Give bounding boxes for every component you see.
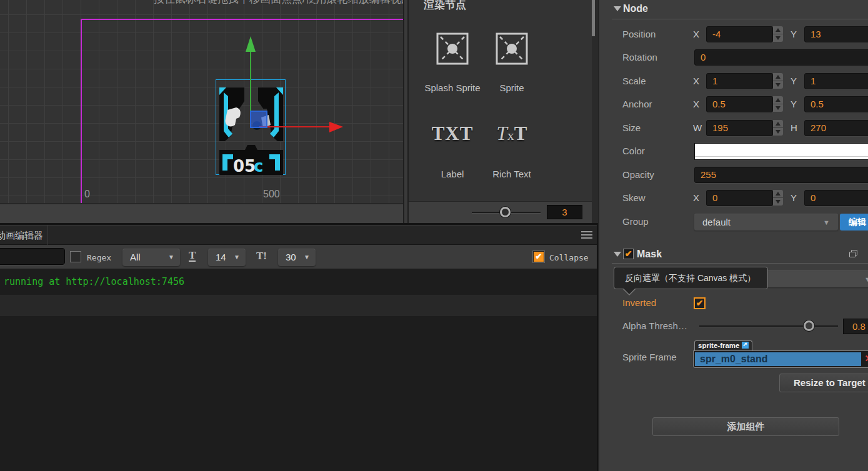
mask-section-title: Mask <box>637 249 662 260</box>
palette-scrollbar[interactable] <box>592 0 598 223</box>
palette-item-sprite[interactable]: Sprite <box>484 82 540 93</box>
font-size-value: 14 <box>216 252 226 262</box>
scale-x-field[interactable]: 1 <box>706 73 773 89</box>
font-size-icon: T <box>189 250 196 262</box>
log-row[interactable]: running at http://localhost:7456 <box>0 269 597 295</box>
separator <box>612 19 868 19</box>
resize-to-target-button[interactable]: Resize to Target <box>779 374 868 392</box>
add-component-button[interactable]: 添加组件 <box>652 417 839 436</box>
alpha-threshold-label: Alpha Thresh… <box>622 318 687 334</box>
log-filter-dropdown[interactable]: All▼ <box>122 249 180 266</box>
line-height-dropdown[interactable]: 30▼ <box>278 249 316 266</box>
axis-x-label: X <box>693 73 703 89</box>
palette-scrollbar-thumb[interactable] <box>592 0 595 36</box>
skew-y-field[interactable]: 0 <box>804 190 868 206</box>
scale-y-field[interactable]: 1 <box>804 73 868 89</box>
rotation-field[interactable]: 0 <box>694 49 868 66</box>
anchor-x-stepper[interactable] <box>773 96 783 112</box>
group-label: Group <box>622 214 649 230</box>
position-x-stepper[interactable] <box>773 26 783 42</box>
palette-slider-value[interactable]: 3 <box>547 205 582 219</box>
panel-divider[interactable] <box>403 0 409 223</box>
palette-item-splash-sprite[interactable]: Splash Sprite <box>417 82 487 93</box>
size-w-field[interactable]: 195 <box>706 120 773 136</box>
sprite-frame-type-tag[interactable]: sprite-frame <box>694 340 752 351</box>
axis-x-label: X <box>693 26 703 42</box>
transform-gizmo[interactable] <box>0 0 403 223</box>
group-edit-button[interactable]: 编辑 <box>840 214 868 231</box>
position-y-field[interactable]: 13 <box>804 26 868 42</box>
scene-view[interactable]: 按住鼠标右键拖拽平移画面焦点/使用滚轮缩放编辑视图 0 500 05 ᴄ <box>0 0 403 223</box>
axis-x-label: X <box>693 96 703 112</box>
skew-x-field[interactable]: 0 <box>706 190 773 206</box>
log-message: running at http://localhost:7456 <box>0 276 184 287</box>
log-row-empty[interactable] <box>0 295 597 316</box>
palette-slider-handle[interactable] <box>500 207 511 217</box>
inverted-label: Inverted <box>622 297 656 308</box>
anchor-y-field[interactable]: 0.5 <box>804 96 868 112</box>
menu-icon[interactable] <box>581 231 592 240</box>
anchor-x-field[interactable]: 0.5 <box>706 96 773 112</box>
scale-x-stepper[interactable] <box>773 73 783 89</box>
font-size-dropdown[interactable]: 14▼ <box>208 249 246 266</box>
console-search-input[interactable] <box>0 248 65 265</box>
group-dropdown[interactable]: default▼ <box>694 214 838 231</box>
palette-item-richtext[interactable]: Rich Text <box>484 169 540 179</box>
mask-tooltip: 反向遮罩（不支持 Canvas 模式） <box>614 267 768 289</box>
clear-icon[interactable]: ✕ <box>864 353 868 364</box>
external-link-icon[interactable] <box>742 342 749 349</box>
axis-y-label: Y <box>791 26 801 42</box>
axis-y-label: Y <box>791 73 801 89</box>
axis-w-label: W <box>693 120 703 136</box>
collapse-arrow-mask[interactable] <box>614 252 621 257</box>
alpha-threshold-slider-track[interactable] <box>699 325 838 327</box>
axis-h-label: H <box>791 120 801 136</box>
log-filter-value: All <box>130 252 141 262</box>
tooltip-text: 反向遮罩（不支持 Canvas 模式） <box>625 273 756 283</box>
size-h-field[interactable]: 270 <box>804 120 868 136</box>
opacity-field[interactable]: 255 <box>694 167 868 183</box>
node-section-title: Node <box>623 3 648 14</box>
mask-enabled-checkbox[interactable]: ✔ <box>623 249 634 259</box>
alpha-threshold-value[interactable]: 0.8 <box>843 319 868 334</box>
scene-bottom-strip <box>0 203 403 223</box>
separator <box>612 263 868 264</box>
inverted-checkbox[interactable]: ✔ <box>694 297 706 309</box>
position-label: Position <box>622 26 656 42</box>
skew-x-stepper[interactable] <box>773 190 783 206</box>
tooltip-pointer <box>624 289 635 294</box>
label-glyph[interactable]: TXT <box>421 122 484 145</box>
size-label: Size <box>622 120 641 136</box>
chevron-down-icon: ▼ <box>234 249 240 265</box>
axis-x-label: X <box>693 190 703 206</box>
chevron-down-icon: ▼ <box>168 249 174 265</box>
collapse-checkbox[interactable]: ✔ <box>533 251 544 262</box>
sprite-frame-tag-text: sprite-frame <box>698 342 739 349</box>
chevron-down-icon: ▼ <box>304 249 310 265</box>
richtext-glyph[interactable]: TxT <box>484 122 540 145</box>
collapse-label: Collapse <box>549 253 589 262</box>
palette-item-label[interactable]: Label <box>417 169 487 179</box>
sprite-icon[interactable] <box>496 32 528 67</box>
group-value: default <box>702 217 731 227</box>
scale-label: Scale <box>622 73 646 89</box>
richtext-glyph-t1: T <box>497 122 507 144</box>
line-height-icon: T! <box>256 250 267 262</box>
sprite-frame-label: Sprite Frame <box>622 349 677 365</box>
size-w-stepper[interactable] <box>773 120 783 136</box>
axis-y-label: Y <box>791 190 801 206</box>
alpha-threshold-slider-handle[interactable] <box>804 320 814 331</box>
sprite-frame-value[interactable]: spr_m0_stand <box>695 352 861 366</box>
help-doc-icon[interactable] <box>849 250 858 258</box>
position-x-field[interactable]: -4 <box>706 26 773 42</box>
sprite-frame-field[interactable]: spr_m0_stand ✕ <box>693 350 868 368</box>
collapse-arrow-node[interactable] <box>614 6 621 11</box>
tab-animation-editor[interactable]: 动画编辑器 <box>0 230 43 242</box>
regex-checkbox[interactable] <box>70 251 81 262</box>
splash-sprite-icon[interactable] <box>436 32 469 67</box>
palette-title: 渲染节点 <box>424 0 466 12</box>
console-toolbar: Regex All▼ T 14▼ T! 30▼ ✔ Collapse <box>0 245 598 269</box>
palette-zoom-bar: 3 <box>409 201 592 223</box>
color-label: Color <box>622 143 645 159</box>
color-swatch[interactable] <box>694 143 868 160</box>
